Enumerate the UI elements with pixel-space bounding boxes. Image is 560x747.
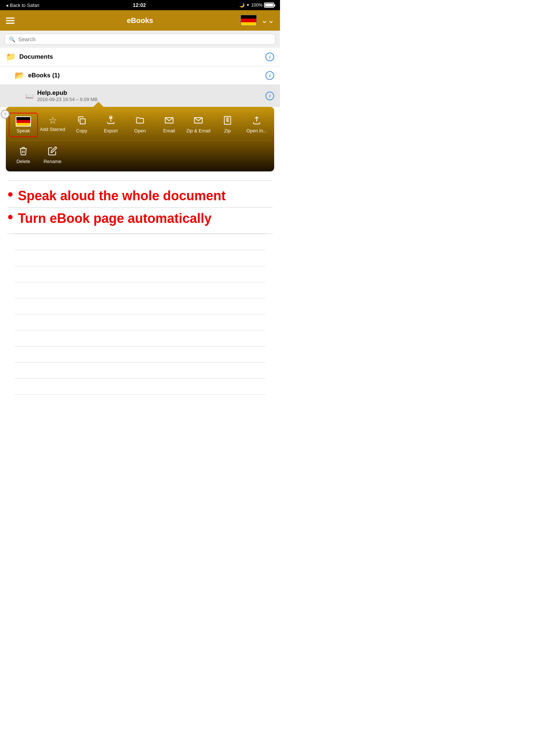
context-menu-row-1: Speak ☆ Add Starred Copy: [6, 111, 274, 139]
divider-between-bullets: [7, 207, 273, 208]
ctx-zip-label: Zip: [224, 128, 231, 133]
ruled-line-4: [15, 282, 265, 298]
status-time: 12:02: [133, 2, 146, 8]
bullet-dot-2: ●: [7, 210, 13, 223]
context-menu-row-2: Delete Rename: [6, 142, 274, 169]
open-in-icon: [252, 116, 261, 127]
status-back[interactable]: ◂ Back to Safari: [6, 3, 39, 8]
ctx-speak-button[interactable]: Speak: [9, 113, 38, 137]
ctx-rename-label: Rename: [43, 159, 61, 164]
ctx-zip-button[interactable]: Zip: [213, 113, 242, 136]
ruled-lines: [7, 234, 273, 410]
ctx-export-button[interactable]: Export: [96, 113, 125, 136]
content-area: ● Speak aloud the whole document ● Turn …: [0, 173, 280, 418]
ctx-delete-label: Delete: [16, 159, 30, 164]
bullet-text-2: Turn eBook page automatically: [18, 210, 211, 226]
bluetooth-icon: ✦: [246, 3, 250, 8]
ruled-line-11: [15, 394, 265, 410]
zip-email-icon: [194, 116, 203, 127]
search-bar: 🔍: [0, 31, 280, 48]
chevron-down-icon[interactable]: ⌄⌄: [261, 16, 274, 25]
ctx-email-label: Email: [163, 128, 175, 133]
hamburger-button[interactable]: [6, 18, 15, 24]
ctx-open-button[interactable]: Open: [125, 113, 155, 136]
ctx-zip-email-button[interactable]: Zip & Email: [184, 113, 213, 136]
ctx-open-in-button[interactable]: Open In...: [242, 113, 271, 136]
ctx-add-starred-button[interactable]: ☆ Add Starred: [38, 113, 67, 135]
star-icon: ☆: [48, 116, 57, 125]
email-icon: [164, 116, 174, 127]
file-list: 📁 Documents i 📂 eBooks (1) i 📖 Help.epub…: [0, 48, 280, 107]
ctx-export-label: Export: [104, 128, 118, 133]
ctx-speak-label: Speak: [17, 128, 30, 133]
battery-icon: [264, 3, 274, 8]
status-icons: 🌙 ✦ 100%: [239, 3, 274, 8]
bullet-item-2: ● Turn eBook page automatically: [7, 210, 273, 226]
flag-black-stripe: [241, 15, 256, 19]
bullet-dot-1: ●: [7, 188, 13, 200]
battery-label: 100%: [251, 3, 262, 8]
nav-bar: eBooks ⌄⌄: [0, 10, 280, 31]
moon-icon: 🌙: [239, 3, 245, 8]
ctx-delete-button[interactable]: Delete: [9, 143, 38, 167]
nav-right-controls: ⌄⌄: [241, 15, 274, 26]
context-menu-container: ? Speak ☆ Add Starred: [0, 107, 280, 173]
context-menu: Speak ☆ Add Starred Copy: [6, 107, 274, 171]
svg-rect-0: [80, 119, 85, 124]
documents-label: Documents: [19, 53, 53, 60]
ctx-open-label: Open: [134, 128, 146, 133]
ebooks-info-button[interactable]: i: [265, 71, 274, 80]
zip-icon: [223, 116, 232, 127]
ebooks-folder-icon: 📂: [15, 71, 24, 80]
ruled-line-2: [15, 250, 265, 266]
ruled-line-5: [15, 298, 265, 314]
ctx-rename-button[interactable]: Rename: [38, 143, 67, 167]
nav-title: eBooks: [127, 16, 153, 25]
context-menu-divider: [9, 140, 271, 140]
help-epub-item[interactable]: 📖 Help.epub 2016-09-23 16:54 – 9.09 MB i: [0, 85, 280, 107]
flag-germany[interactable]: [241, 15, 257, 26]
search-input[interactable]: [18, 36, 271, 42]
ctx-copy-button[interactable]: Copy: [67, 113, 96, 136]
ruled-line-6: [15, 314, 265, 330]
search-icon: 🔍: [9, 36, 15, 42]
copy-icon: [77, 116, 86, 127]
ebooks-label: eBooks (1): [28, 72, 60, 79]
ruled-line-1: [15, 234, 265, 250]
open-icon: [135, 116, 145, 127]
ruled-line-7: [15, 330, 265, 346]
export-icon: [106, 116, 116, 127]
ctx-open-in-label: Open In...: [246, 128, 267, 133]
epub-meta: 2016-09-23 16:54 – 9.09 MB: [37, 97, 265, 102]
flag-red-stripe: [241, 19, 256, 22]
bullet-item-1: ● Speak aloud the whole document: [7, 188, 273, 204]
speak-flag-icon: [16, 116, 31, 127]
ebooks-folder[interactable]: 📂 eBooks (1) i: [0, 66, 280, 85]
ctx-email-button[interactable]: Email: [155, 113, 184, 136]
ctx-zip-email-label: Zip & Email: [186, 128, 210, 133]
help-button[interactable]: ?: [1, 110, 9, 119]
ruled-line-9: [15, 362, 265, 378]
epub-icon: 📖: [26, 92, 34, 100]
ruled-line-8: [15, 346, 265, 362]
context-menu-arrow: [93, 102, 104, 107]
epub-filename: Help.epub: [37, 89, 265, 97]
flag-gold-stripe: [241, 22, 256, 26]
ctx-copy-label: Copy: [76, 128, 87, 133]
bullet-list: ● Speak aloud the whole document ● Turn …: [7, 181, 273, 233]
back-arrow: ◂: [6, 3, 8, 8]
ruled-line-10: [15, 378, 265, 394]
documents-folder[interactable]: 📁 Documents i: [0, 48, 280, 66]
documents-info-button[interactable]: i: [265, 53, 274, 61]
bullet-text-1: Speak aloud the whole document: [18, 188, 226, 204]
ruled-line-3: [15, 266, 265, 282]
epub-info-button[interactable]: i: [265, 92, 274, 100]
folder-icon: 📁: [6, 52, 16, 62]
back-label: Back to Safari: [10, 3, 39, 8]
trash-icon: [19, 146, 28, 157]
pencil-icon: [48, 146, 57, 157]
search-input-wrap[interactable]: 🔍: [4, 34, 276, 45]
ctx-add-starred-label: Add Starred: [40, 127, 65, 132]
status-bar: ◂ Back to Safari 12:02 🌙 ✦ 100%: [0, 0, 280, 10]
